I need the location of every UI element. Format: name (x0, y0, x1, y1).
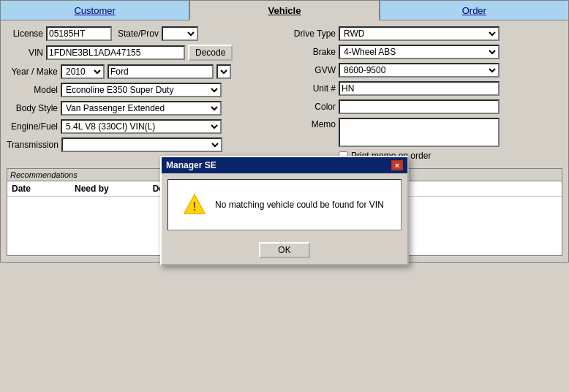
modal-close-button[interactable]: × (391, 160, 403, 170)
modal-footer: OK (162, 236, 407, 264)
warning-icon: ! (183, 193, 206, 216)
modal-title: Manager SE (166, 160, 216, 170)
ok-button[interactable]: OK (259, 242, 310, 258)
modal-message: No matching vehicle could be found for V… (215, 200, 384, 210)
svg-text:!: ! (192, 200, 196, 213)
modal-body: ! No matching vehicle could be found for… (167, 179, 402, 230)
modal-dialog: Manager SE × ! No matching vehicle could… (160, 156, 409, 265)
modal-overlay: Manager SE × ! No matching vehicle could… (0, 0, 569, 392)
modal-titlebar: Manager SE × (162, 157, 407, 173)
